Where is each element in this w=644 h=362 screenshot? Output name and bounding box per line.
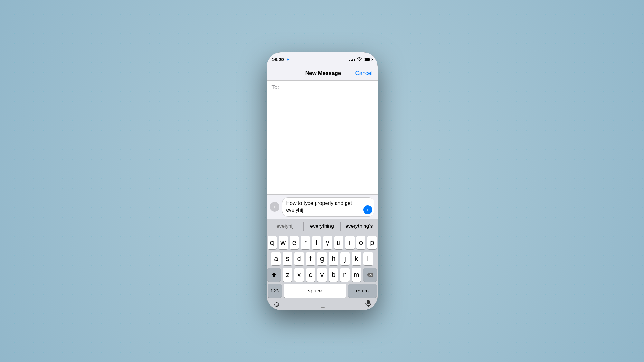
expand-button[interactable]: ›: [270, 202, 279, 212]
status-bar: 16:29 ➤: [267, 52, 378, 67]
cancel-button[interactable]: Cancel: [355, 70, 373, 77]
keyboard-row-3: z x c v b n m: [268, 268, 377, 282]
keyboard: q w e r t y u i o p a s d f g h j k: [267, 233, 378, 299]
key-q[interactable]: q: [268, 236, 277, 249]
status-icons: [349, 57, 372, 62]
key-s[interactable]: s: [283, 252, 292, 265]
key-h[interactable]: h: [329, 252, 338, 265]
message-text-typed: eveiyhij: [286, 207, 303, 213]
key-n[interactable]: n: [340, 268, 350, 282]
to-field[interactable]: To:: [267, 81, 378, 95]
to-label: To:: [272, 84, 279, 91]
send-button[interactable]: ↑: [363, 205, 372, 214]
key-j[interactable]: j: [340, 252, 350, 265]
key-u[interactable]: u: [334, 236, 344, 249]
message-text: How to type properly and get eveiyhij: [286, 200, 362, 214]
return-key[interactable]: return: [348, 284, 377, 298]
key-t[interactable]: t: [312, 236, 321, 249]
numbers-key[interactable]: 123: [268, 284, 282, 298]
key-b[interactable]: b: [329, 268, 338, 282]
key-d[interactable]: d: [294, 252, 304, 265]
page-title: New Message: [305, 70, 341, 77]
emoji-button[interactable]: ☺: [273, 300, 280, 309]
key-g[interactable]: g: [317, 252, 327, 265]
key-e[interactable]: e: [290, 236, 299, 249]
autocomplete-item-1[interactable]: everything: [304, 219, 341, 233]
main-content: New Message Cancel To: › How to type pro…: [267, 67, 378, 310]
autocomplete-bar: "eveiyhij" everything everything's: [267, 219, 378, 233]
send-icon: ↑: [366, 207, 369, 212]
key-c[interactable]: c: [306, 268, 316, 282]
key-a[interactable]: a: [271, 252, 281, 265]
home-indicator-area: ☺ ▬: [267, 299, 378, 310]
signal-icon: [349, 58, 355, 61]
key-z[interactable]: z: [283, 268, 292, 282]
keyboard-row-1: q w e r t y u i o p: [268, 236, 377, 249]
expand-icon: ›: [274, 204, 275, 209]
key-i[interactable]: i: [345, 236, 355, 249]
key-v[interactable]: v: [317, 268, 327, 282]
svg-rect-2: [367, 300, 370, 304]
key-r[interactable]: r: [301, 236, 310, 249]
key-x[interactable]: x: [294, 268, 304, 282]
key-w[interactable]: w: [279, 236, 288, 249]
nav-bar: New Message Cancel: [267, 67, 378, 81]
message-text-line1: How to type properly and get: [286, 200, 352, 206]
location-arrow-icon: ➤: [286, 57, 289, 62]
time-display: 16:29: [272, 57, 284, 62]
delete-key[interactable]: [363, 268, 377, 282]
message-input-bubble[interactable]: How to type properly and get eveiyhij ↑: [282, 197, 374, 217]
phone-frame: 16:29 ➤: [267, 52, 378, 310]
autocomplete-item-0[interactable]: "eveiyhij": [267, 219, 304, 233]
space-key[interactable]: space: [284, 284, 346, 298]
key-l[interactable]: l: [363, 252, 373, 265]
status-time: 16:29 ➤: [272, 57, 289, 62]
key-k[interactable]: k: [352, 252, 361, 265]
key-p[interactable]: p: [367, 236, 377, 249]
microphone-button[interactable]: [365, 300, 371, 309]
key-y[interactable]: y: [323, 236, 332, 249]
key-o[interactable]: o: [356, 236, 366, 249]
message-input-area: › How to type properly and get eveiyhij …: [267, 194, 378, 219]
key-m[interactable]: m: [352, 268, 361, 282]
battery-icon: [364, 58, 372, 61]
message-body[interactable]: [267, 95, 378, 194]
battery-fill: [365, 58, 370, 61]
keyboard-bottom-row: 123 space return: [268, 284, 377, 298]
shift-key[interactable]: [267, 268, 281, 282]
keyboard-row-2: a s d f g h j k l: [268, 252, 377, 265]
key-f[interactable]: f: [306, 252, 316, 265]
wifi-icon: [357, 57, 362, 62]
autocomplete-item-2[interactable]: everything's: [341, 219, 378, 233]
